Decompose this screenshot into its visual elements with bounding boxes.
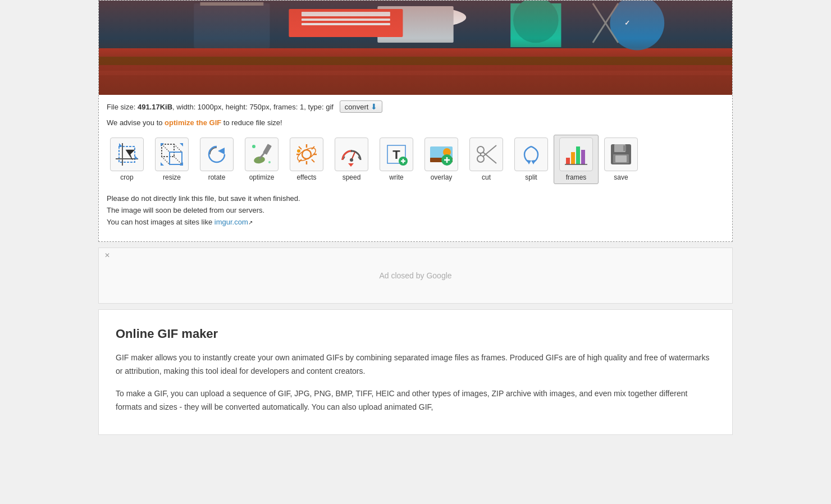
file-info: File size: 491.17KiB, width: 1000px, hei… bbox=[99, 95, 732, 116]
svg-rect-4 bbox=[194, 3, 270, 48]
svg-point-38 bbox=[253, 155, 266, 164]
svg-marker-58 bbox=[348, 163, 354, 167]
svg-rect-7 bbox=[377, 6, 453, 43]
tool-icon-optimize bbox=[245, 138, 278, 171]
tool-rotate[interactable]: rotate bbox=[194, 135, 239, 184]
bottom-content-section: Online GIF maker GIF maker allows you to… bbox=[98, 309, 733, 434]
note-area: Please do not directly link this file, b… bbox=[99, 189, 732, 236]
svg-point-52 bbox=[297, 149, 300, 153]
svg-rect-13 bbox=[302, 12, 390, 16]
svg-point-6 bbox=[365, 6, 466, 29]
ad-area: ✕ Ad closed by Google bbox=[98, 248, 733, 304]
note-line2: The image will soon be deleted from our … bbox=[107, 205, 724, 217]
file-size-label: File size: bbox=[107, 103, 135, 111]
svg-rect-78 bbox=[571, 152, 575, 164]
tool-effects[interactable]: effects bbox=[284, 135, 329, 184]
svg-rect-80 bbox=[581, 150, 585, 164]
svg-line-17 bbox=[593, 3, 618, 43]
svg-rect-85 bbox=[615, 155, 627, 162]
tool-resize[interactable]: resize bbox=[149, 135, 194, 184]
tool-frames[interactable]: frames bbox=[554, 135, 599, 184]
tool-save[interactable]: save bbox=[599, 135, 643, 184]
tool-save-label: save bbox=[614, 173, 628, 181]
tools-row: crop bbox=[99, 132, 732, 189]
tool-speed[interactable]: speed bbox=[329, 135, 374, 184]
convert-label: convert bbox=[345, 103, 369, 111]
advise-suffix: to reduce file size! bbox=[221, 118, 282, 127]
svg-rect-12 bbox=[289, 9, 403, 37]
tool-icon-frames bbox=[559, 138, 593, 171]
tool-overlay[interactable]: overlay bbox=[419, 135, 464, 184]
svg-rect-19 bbox=[99, 71, 732, 75]
image-placeholder: ✓ bbox=[99, 1, 732, 95]
file-size-value: 491.17KiB bbox=[138, 103, 172, 111]
tool-optimize[interactable]: optimize bbox=[239, 135, 284, 184]
svg-marker-33 bbox=[180, 143, 183, 146]
section-title: Online GIF maker bbox=[116, 327, 715, 341]
optimize-gif-link[interactable]: optimize the GIF bbox=[165, 118, 221, 127]
svg-rect-79 bbox=[576, 146, 580, 164]
svg-line-29 bbox=[174, 144, 182, 152]
advise-prefix: We advise you to bbox=[107, 118, 165, 127]
tool-icon-resize bbox=[155, 138, 189, 171]
svg-text:✓: ✓ bbox=[624, 19, 630, 27]
svg-point-40 bbox=[252, 145, 255, 148]
svg-line-30 bbox=[162, 157, 170, 164]
note-line3-prefix: You can host images at sites like bbox=[107, 218, 214, 226]
note-line3: You can host images at sites like imgur.… bbox=[107, 217, 724, 228]
svg-marker-24 bbox=[135, 155, 138, 159]
tool-write[interactable]: T write bbox=[374, 135, 419, 184]
svg-rect-86 bbox=[623, 145, 626, 151]
svg-rect-15 bbox=[302, 23, 390, 25]
tool-icon-rotate bbox=[200, 138, 234, 171]
tool-icon-save bbox=[604, 138, 638, 171]
tool-icon-cut bbox=[469, 138, 503, 171]
tool-overlay-label: overlay bbox=[431, 173, 453, 181]
download-icon: ⬇ bbox=[371, 102, 377, 111]
gif-preview-image: ✓ bbox=[99, 1, 732, 95]
file-meta: , width: 1000px, height: 750px, frames: … bbox=[172, 103, 334, 111]
ad-label: Ad closed by Google bbox=[379, 271, 451, 280]
tool-speed-label: speed bbox=[343, 173, 361, 181]
tool-effects-label: effects bbox=[296, 173, 316, 181]
svg-point-9 bbox=[513, 1, 559, 43]
tool-crop[interactable]: crop bbox=[104, 135, 149, 184]
tool-crop-label: crop bbox=[120, 173, 133, 181]
svg-line-72 bbox=[483, 145, 496, 157]
svg-line-48 bbox=[312, 159, 314, 162]
advise-text: We advise you to optimize the GIF to red… bbox=[99, 116, 732, 132]
section-para2: To make a GIF, you can upload a sequence… bbox=[116, 387, 715, 414]
tool-split-label: split bbox=[525, 173, 537, 181]
tool-frames-label: frames bbox=[566, 173, 587, 181]
svg-line-16 bbox=[593, 3, 618, 43]
svg-rect-77 bbox=[566, 158, 570, 164]
imgur-link[interactable]: imgur.com bbox=[214, 218, 248, 226]
section-para1: GIF maker allows you to instantly create… bbox=[116, 351, 715, 378]
svg-rect-0 bbox=[99, 1, 732, 95]
svg-point-54 bbox=[350, 158, 353, 162]
svg-line-47 bbox=[299, 146, 302, 149]
tool-cut[interactable]: cut bbox=[464, 135, 509, 184]
svg-rect-18 bbox=[99, 65, 732, 95]
svg-rect-5 bbox=[200, 2, 263, 6]
svg-rect-3 bbox=[99, 1, 732, 48]
tool-resize-label: resize bbox=[163, 173, 181, 181]
tool-write-label: write bbox=[389, 173, 403, 181]
tool-icon-write: T bbox=[380, 138, 413, 171]
tool-icon-overlay bbox=[424, 138, 458, 171]
ad-close-button[interactable]: ✕ bbox=[104, 251, 110, 259]
svg-rect-8 bbox=[510, 3, 561, 47]
svg-marker-75 bbox=[527, 160, 531, 164]
tool-icon-crop bbox=[110, 138, 144, 171]
external-icon: ↗ bbox=[248, 219, 253, 226]
svg-rect-2 bbox=[99, 57, 732, 65]
svg-marker-34 bbox=[161, 162, 164, 166]
tool-icon-split bbox=[514, 138, 548, 171]
tool-rotate-label: rotate bbox=[208, 173, 226, 181]
svg-line-31 bbox=[174, 157, 182, 164]
convert-button[interactable]: convert ⬇ bbox=[340, 100, 383, 113]
tool-icon-effects bbox=[290, 138, 323, 171]
tool-split[interactable]: split bbox=[509, 135, 554, 184]
svg-line-73 bbox=[483, 152, 496, 163]
svg-point-10 bbox=[610, 1, 664, 50]
